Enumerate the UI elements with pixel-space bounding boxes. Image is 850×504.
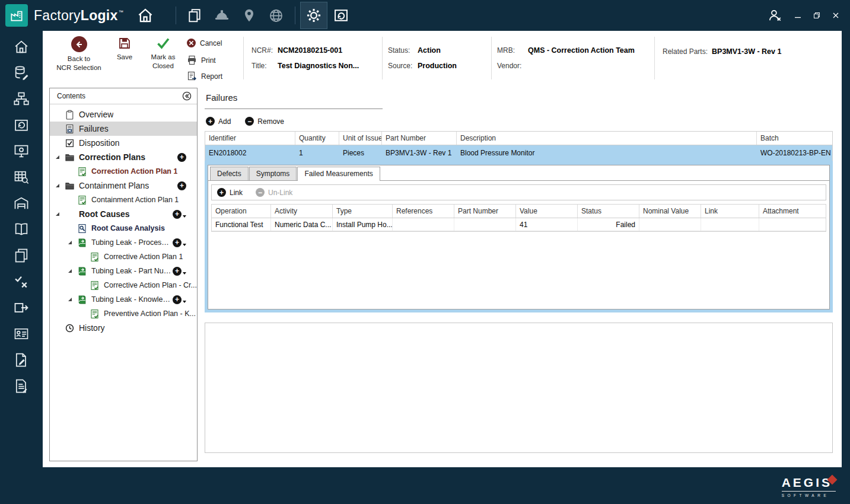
column-header-operation[interactable]: Operation <box>212 205 271 218</box>
mark-closed-label: Mark asClosed <box>151 53 176 71</box>
tree-item-label: History <box>79 323 105 333</box>
history-icon <box>65 323 75 333</box>
settings-gear-icon[interactable] <box>300 2 327 29</box>
tree-item-preventive-action-plan-k[interactable]: Preventive Action Plan - K... <box>50 307 197 321</box>
column-header-quantity[interactable]: Quantity <box>295 132 339 145</box>
sidebar-report-edit-icon[interactable] <box>12 377 30 395</box>
expander-icon[interactable] <box>68 298 72 301</box>
tree-item-corrective-action-plan-cr[interactable]: Corrective Action Plan - Cr... <box>50 278 197 292</box>
sidebar-documents-icon[interactable] <box>12 247 30 264</box>
column-header-status[interactable]: Status <box>578 205 639 218</box>
column-header-batch[interactable]: Batch <box>757 132 832 145</box>
plus-icon: + <box>206 117 215 126</box>
column-header-identifier[interactable]: Identifier <box>205 132 295 145</box>
tree-item-label: Correction Plans <box>79 152 145 162</box>
tree-item-history[interactable]: History <box>50 321 197 335</box>
maximize-button[interactable] <box>813 12 820 19</box>
expander-icon[interactable] <box>56 155 59 159</box>
column-header-part-number[interactable]: Part Number <box>454 205 516 218</box>
add-button[interactable]: + <box>173 267 186 276</box>
add-failure-button[interactable]: +Add <box>206 117 231 126</box>
add-button[interactable]: + <box>173 295 186 304</box>
cancel-button[interactable]: Cancel <box>187 39 222 47</box>
sidebar-home-icon[interactable] <box>12 38 30 56</box>
column-header-type[interactable]: Type <box>333 205 393 218</box>
sidebar-table-search-icon[interactable] <box>12 168 30 186</box>
print-label: Print <box>201 56 216 65</box>
back-to-ncr-selection-button[interactable]: Back toNCR Selection <box>52 36 106 72</box>
table-row[interactable]: Functional TestNumeric Data C...Install … <box>212 218 826 231</box>
link-button[interactable]: +Link <box>217 188 243 197</box>
sidebar-database-edit-icon[interactable] <box>12 64 30 82</box>
minimize-button[interactable] <box>794 12 801 19</box>
expander-icon[interactable] <box>68 241 72 244</box>
column-header-nominal-value[interactable]: Nominal Value <box>639 205 701 218</box>
add-button[interactable]: + <box>177 181 186 190</box>
home-icon[interactable] <box>132 2 159 29</box>
globe-icon[interactable] <box>263 2 290 29</box>
location-pin-icon[interactable] <box>235 2 263 29</box>
tree-item-root-causes[interactable]: Root Causes+ <box>50 207 197 221</box>
tree-item-overview[interactable]: Overview <box>50 107 197 122</box>
column-header-references[interactable]: References <box>393 205 454 218</box>
sidebar-monitor-icon[interactable] <box>12 142 30 160</box>
column-header-unit-of-issue[interactable]: Unit of Issue <box>339 132 382 145</box>
column-header-part-number[interactable]: Part Number <box>382 132 457 145</box>
sidebar-id-card-icon[interactable] <box>12 325 30 343</box>
sidebar-org-chart-icon[interactable] <box>12 90 30 108</box>
tree-item-label: Containment Action Plan 1 <box>91 196 179 204</box>
column-header-link[interactable]: Link <box>701 205 759 218</box>
expander-icon[interactable] <box>56 184 59 187</box>
tree-item-correction-action-plan-1[interactable]: Correction Action Plan 1 <box>50 164 197 178</box>
tree-item-disposition[interactable]: Disposition <box>50 136 197 150</box>
add-button[interactable]: + <box>177 153 186 162</box>
cell-nominal-value <box>639 218 701 231</box>
column-header-description[interactable]: Description <box>457 132 757 145</box>
print-button[interactable]: Print <box>187 55 216 65</box>
sidebar-warehouse-icon[interactable] <box>12 194 30 212</box>
npi-refresh-icon[interactable] <box>327 2 355 29</box>
status-value: Action <box>418 46 441 55</box>
production-helmet-icon[interactable] <box>208 2 235 29</box>
sidebar-book-icon[interactable] <box>12 221 30 238</box>
tree-item-containment-plans[interactable]: Containment Plans+ <box>50 178 197 193</box>
expander-icon[interactable] <box>68 269 72 273</box>
plan-icon <box>90 309 100 319</box>
tree-item-corrective-action-plan-1[interactable]: Corrective Action Plan 1 <box>50 250 197 264</box>
sidebar-npi-icon[interactable] <box>12 116 30 134</box>
analysis-icon <box>77 224 87 234</box>
expander-icon[interactable] <box>56 212 59 216</box>
mark-as-closed-button[interactable]: Mark asClosed <box>144 36 183 71</box>
sidebar-document-edit-icon[interactable] <box>12 351 30 369</box>
tree-item-label: Tubing Leak - Process R... <box>91 238 173 247</box>
save-button[interactable]: Save <box>109 36 140 62</box>
add-button[interactable]: + <box>173 238 186 247</box>
unlink-button[interactable]: −Un-Link <box>256 188 292 197</box>
column-header-attachment[interactable]: Attachment <box>759 205 826 218</box>
tree-item-correction-plans[interactable]: Correction Plans+ <box>50 150 197 164</box>
detail-tabs: DefectsSymptomsFailed Measurements <box>208 165 829 181</box>
tree-item-tubing-leak-knowledg[interactable]: Tubing Leak - Knowledg...+ <box>50 292 197 307</box>
sidebar-quality-check-icon[interactable] <box>12 273 30 291</box>
column-header-activity[interactable]: Activity <box>271 205 333 218</box>
close-button[interactable] <box>832 12 839 19</box>
column-header-value[interactable]: Value <box>516 205 578 218</box>
tab-failed-measurements[interactable]: Failed Measurements <box>297 167 380 181</box>
report-button[interactable]: Report <box>187 71 222 81</box>
tree-item-containment-action-plan-1[interactable]: Containment Action Plan 1 <box>50 193 197 207</box>
tree-item-tubing-leak-process-r[interactable]: Tubing Leak - Process R...+ <box>50 235 197 250</box>
tree-item-failures[interactable]: Failures <box>50 122 197 136</box>
tab-symptoms[interactable]: Symptoms <box>249 167 297 180</box>
user-logout-icon[interactable] <box>767 8 782 23</box>
tree-item-root-cause-analysis[interactable]: Root Cause Analysis <box>50 221 197 235</box>
documents-icon[interactable] <box>181 2 208 29</box>
failures-toolbar: +Add −Remove <box>206 117 833 126</box>
tree-item-tubing-leak-part-num[interactable]: Tubing Leak - Part Num...+ <box>50 264 197 278</box>
collapse-panel-icon[interactable] <box>182 91 192 101</box>
tab-defects[interactable]: Defects <box>210 167 249 180</box>
remove-failure-button[interactable]: −Remove <box>245 117 284 126</box>
sidebar-transfer-icon[interactable] <box>12 299 30 317</box>
add-button[interactable]: + <box>173 210 186 219</box>
table-row[interactable]: EN20180021PiecesBP3MV1-3W - Rev 1Blood P… <box>205 145 832 161</box>
unlink-label: Un-Link <box>268 189 292 197</box>
